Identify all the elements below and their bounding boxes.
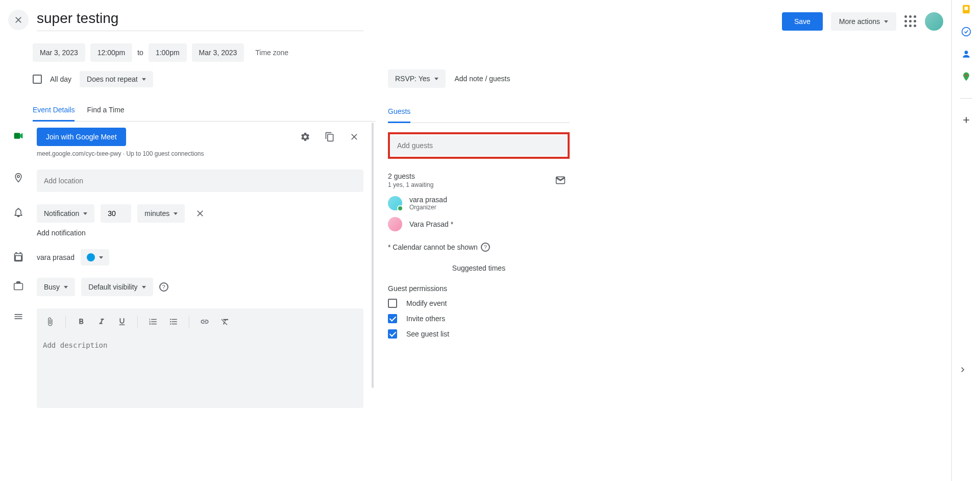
close-button[interactable]	[8, 10, 29, 30]
tab-event-details[interactable]: Event Details	[33, 106, 75, 122]
numbered-list-button[interactable]	[144, 312, 162, 331]
apps-grid-icon[interactable]	[904, 15, 917, 28]
end-time-chip[interactable]: 1:00pm	[149, 43, 187, 62]
italic-button[interactable]	[92, 312, 111, 331]
svg-rect-2	[964, 7, 968, 10]
start-date-chip[interactable]: Mar 3, 2023	[33, 43, 85, 62]
clear-format-button[interactable]	[216, 312, 234, 331]
tasks-icon[interactable]	[961, 27, 971, 37]
chevron-down-icon	[142, 78, 146, 81]
svg-point-5	[965, 74, 967, 76]
chevron-down-icon	[884, 20, 888, 23]
end-date-chip[interactable]: Mar 3, 2023	[192, 43, 244, 62]
bullet-list-icon	[169, 317, 178, 326]
link-icon	[200, 317, 209, 326]
calendar-footnote: * Calendar cannot be shown	[388, 243, 478, 251]
visibility-help-icon[interactable]: ?	[159, 282, 168, 292]
notification-value-input[interactable]	[101, 204, 131, 223]
description-icon	[12, 308, 24, 322]
repeat-dropdown[interactable]: Does not repeat	[80, 71, 153, 87]
meet-link-text: meet.google.com/cyc-txee-pwy · Up to 100…	[37, 150, 376, 157]
notification-type-label: Notification	[44, 209, 79, 218]
rsvp-dropdown[interactable]: RSVP: Yes	[388, 69, 446, 88]
chevron-right-icon	[958, 365, 968, 375]
modify-event-checkbox[interactable]	[388, 299, 397, 308]
guest-role: Organizer	[409, 204, 447, 211]
event-title-input[interactable]	[37, 8, 363, 31]
guest-name: vara prasad	[409, 196, 447, 204]
modify-event-label: Modify event	[406, 299, 447, 307]
rsvp-label: RSVP: Yes	[395, 75, 430, 83]
maps-icon[interactable]	[961, 71, 971, 82]
add-notification-button[interactable]: Add notification	[37, 229, 376, 237]
visibility-dropdown[interactable]: Default visibility	[81, 278, 153, 296]
notification-unit-label: minutes	[144, 209, 169, 218]
see-guest-list-label: See guest list	[406, 330, 449, 338]
notification-remove-button[interactable]	[191, 204, 209, 223]
close-icon	[349, 132, 359, 142]
chevron-down-icon	[434, 78, 438, 80]
add-note-button[interactable]: Add note / guests	[455, 75, 510, 83]
chevron-down-icon	[64, 286, 68, 288]
description-textarea[interactable]	[37, 335, 363, 406]
add-addon-icon[interactable]	[961, 115, 971, 125]
chevron-down-icon	[142, 286, 146, 288]
chevron-down-icon	[174, 212, 178, 215]
svg-point-4	[964, 51, 968, 54]
scrollbar[interactable]	[372, 123, 374, 388]
guest-row[interactable]: vara prasad Organizer	[388, 196, 570, 211]
save-button[interactable]: Save	[782, 12, 823, 31]
side-panel-collapse-button[interactable]	[953, 360, 972, 379]
numbered-list-icon	[149, 317, 158, 326]
attach-button[interactable]	[41, 312, 59, 331]
tab-guests[interactable]: Guests	[388, 107, 410, 123]
bullet-list-button[interactable]	[164, 312, 183, 331]
tab-find-time[interactable]: Find a Time	[87, 106, 124, 121]
notification-icon	[12, 204, 24, 218]
timezone-button[interactable]: Time zone	[255, 49, 288, 57]
notification-unit-dropdown[interactable]: minutes	[137, 204, 185, 223]
see-guest-list-checkbox[interactable]	[388, 329, 397, 339]
allday-checkbox[interactable]	[33, 75, 42, 84]
more-actions-button[interactable]: More actions	[831, 12, 896, 31]
keep-icon[interactable]	[961, 4, 971, 14]
paperclip-icon	[45, 317, 55, 326]
meet-icon	[12, 128, 24, 141]
check-icon	[397, 205, 403, 211]
underline-button[interactable]	[113, 312, 131, 331]
visibility-label: Default visibility	[88, 283, 137, 291]
add-guests-input[interactable]	[391, 135, 567, 156]
meet-remove-button[interactable]	[345, 128, 363, 146]
gear-icon	[300, 132, 310, 142]
calendar-color-dropdown[interactable]	[81, 249, 109, 266]
briefcase-icon	[12, 278, 24, 291]
contacts-icon[interactable]	[961, 49, 971, 59]
guest-name: Vara Prasad *	[409, 220, 453, 228]
invite-others-checkbox[interactable]	[388, 314, 397, 323]
guest-count: 2 guests	[388, 172, 433, 180]
close-icon	[195, 208, 205, 219]
guest-row[interactable]: Vara Prasad *	[388, 217, 570, 231]
meet-copy-button[interactable]	[321, 128, 339, 146]
chevron-down-icon	[83, 212, 87, 215]
suggested-times-button[interactable]: Suggested times	[388, 264, 570, 272]
more-actions-label: More actions	[839, 17, 880, 26]
notification-type-dropdown[interactable]: Notification	[37, 204, 94, 223]
start-time-chip[interactable]: 12:00pm	[90, 43, 132, 62]
clear-format-icon	[220, 317, 230, 326]
bold-button[interactable]	[72, 312, 90, 331]
join-meet-button[interactable]: Join with Google Meet	[37, 128, 126, 146]
email-guests-button[interactable]	[551, 171, 570, 189]
guest-avatar	[388, 196, 402, 210]
busy-label: Busy	[44, 283, 60, 291]
location-input[interactable]	[37, 170, 363, 192]
footnote-help-icon[interactable]: ?	[481, 243, 490, 252]
busy-dropdown[interactable]: Busy	[37, 278, 75, 296]
invite-others-label: Invite others	[406, 315, 445, 323]
guest-count-sub: 1 yes, 1 awaiting	[388, 181, 433, 188]
user-avatar[interactable]	[925, 12, 943, 31]
italic-icon	[97, 317, 106, 326]
meet-settings-button[interactable]	[296, 128, 314, 146]
svg-rect-0	[14, 133, 20, 139]
link-button[interactable]	[195, 312, 214, 331]
